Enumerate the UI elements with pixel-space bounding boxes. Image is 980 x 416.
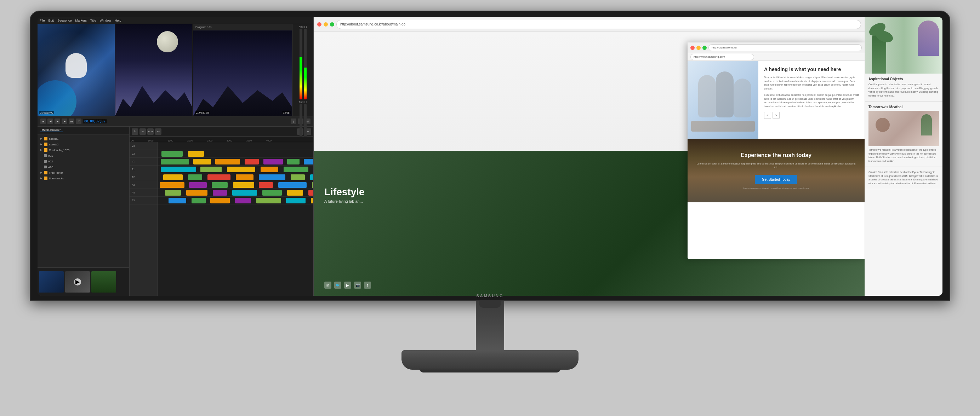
menu-window[interactable]: Window (100, 19, 111, 22)
clip-a1-3[interactable] (227, 167, 255, 172)
clip-a5-7[interactable] (311, 198, 313, 203)
clip-a5-2[interactable] (191, 198, 206, 203)
thumb-item-1[interactable] (39, 272, 64, 292)
btn-step-back[interactable]: ◀ (48, 119, 53, 124)
wb-arrow-right[interactable]: > (773, 112, 780, 119)
btn-mark-in[interactable]: { (291, 119, 296, 124)
clip-a4-2[interactable] (186, 190, 207, 195)
file-item-7[interactable]: ▶ FreeFooter (39, 170, 128, 175)
clip-a5-6[interactable] (286, 198, 305, 203)
clip-a3-2[interactable] (189, 182, 207, 188)
clip-v1-5[interactable] (263, 159, 283, 165)
folder-icon-7 (44, 171, 48, 175)
clip-v2-1[interactable] (161, 151, 183, 157)
clip-v2-2[interactable] (188, 151, 204, 157)
video-editor-panel: File Edit Sequence Markers Title Window … (38, 17, 314, 296)
clip-a5-4[interactable] (235, 198, 251, 203)
clip-a3-5[interactable] (259, 182, 273, 188)
article-2-image (869, 111, 939, 146)
clip-a4-6[interactable] (287, 190, 303, 195)
menu-edit[interactable]: Edit (48, 19, 54, 22)
clip-a1-2[interactable] (200, 167, 222, 172)
clip-a2-3[interactable] (207, 175, 231, 180)
file-icon-5 (44, 160, 47, 163)
source-timecode: 01:09:55.00 (39, 111, 54, 114)
btn-close[interactable] (317, 22, 321, 27)
clip-a3-7[interactable] (312, 182, 313, 188)
tl-btn-slip[interactable]: ⇔ (155, 129, 161, 135)
file-item-4[interactable]: 001 (39, 153, 128, 159)
menu-markers[interactable]: Markers (75, 19, 87, 22)
btn-rewind[interactable]: ⏮ (40, 119, 46, 124)
clip-a2-4[interactable] (236, 175, 253, 180)
social-youtube[interactable]: ▶ (344, 281, 351, 289)
clip-a5-1[interactable] (169, 198, 186, 203)
file-item-6[interactable]: A03 (39, 164, 128, 170)
menu-sequence[interactable]: Sequence (57, 19, 72, 22)
clip-v1-6[interactable] (287, 159, 299, 165)
get-started-button[interactable]: Get Started Today (755, 175, 797, 184)
thumb-item-2[interactable]: ▶ (65, 272, 90, 292)
social-tumblr[interactable]: t (364, 281, 371, 289)
social-twitter[interactable]: 🐦 (334, 281, 341, 289)
wb-btn-close[interactable] (690, 46, 695, 50)
clip-v1-4[interactable] (245, 159, 259, 165)
wb-btn-max[interactable] (702, 46, 707, 50)
wb-btn-min[interactable] (697, 46, 701, 50)
clip-a5-5[interactable] (256, 198, 281, 203)
clip-a1-1[interactable] (161, 167, 196, 172)
btn-minimize[interactable] (324, 22, 328, 27)
clip-a4-5[interactable] (262, 190, 282, 195)
social-linkedin[interactable]: in (324, 281, 331, 289)
clip-a1-4[interactable] (261, 167, 278, 172)
social-instagram[interactable]: 📷 (354, 281, 361, 289)
sidebar-article-2: Tomorrow's Meatball Tomorrow's Meatball … (865, 102, 942, 167)
clip-a4-4[interactable] (232, 190, 257, 195)
clip-a3-3[interactable] (212, 182, 228, 188)
clip-v1-1[interactable] (161, 159, 189, 165)
clip-a3-6[interactable] (278, 182, 307, 188)
wb-tab-address[interactable]: http://www.samsung.com (690, 54, 754, 60)
clip-a4-1[interactable] (165, 190, 181, 195)
wb-arrow-left[interactable]: < (764, 112, 771, 119)
btn-loop[interactable]: ↺ (76, 119, 81, 124)
clip-a4-7[interactable] (309, 190, 313, 195)
clip-v1-3[interactable] (215, 159, 240, 165)
thumb-inner-3 (91, 272, 116, 292)
wb-address-bar[interactable]: http://digitalworld.ltd (708, 44, 862, 51)
file-item-5[interactable]: 002 (39, 159, 128, 164)
tl-btn-select[interactable]: ↖ (132, 129, 138, 135)
clip-a2-5[interactable] (259, 175, 285, 180)
clip-a2-2[interactable] (188, 175, 202, 180)
clip-a4-3[interactable] (213, 190, 227, 195)
file-item-3[interactable]: ▶ Cinderella_1920 (39, 147, 128, 153)
clip-v1-2[interactable] (193, 159, 211, 165)
menu-title[interactable]: Title (90, 19, 96, 22)
clip-a2-7[interactable] (310, 175, 313, 180)
track-label-v1: V1 (130, 158, 158, 165)
clip-a3-1[interactable] (160, 182, 185, 188)
clip-a2-1[interactable] (163, 175, 183, 180)
clip-a1-5[interactable] (283, 167, 309, 172)
clip-a5-3[interactable] (210, 198, 230, 203)
btn-play[interactable]: ▶ (54, 119, 60, 124)
tl-btn-ripple[interactable]: ←→ (147, 129, 154, 135)
file-icon-6 (44, 165, 47, 168)
address-bar-main[interactable]: http://about.samsung.co.kr/about/main.do (336, 20, 861, 29)
tl-btn-razor[interactable]: ✂ (140, 129, 146, 135)
btn-ffwd[interactable]: ⏭ (69, 119, 74, 124)
wb-dark-section: Experience the rush today Lorem ipsum do… (687, 139, 865, 202)
ruler-3000: 3000 (227, 140, 232, 142)
clip-a3-4[interactable] (233, 182, 254, 188)
file-item-2[interactable]: ▶ assets2 (39, 141, 128, 147)
tab-media-browser[interactable]: Media Browser (40, 129, 63, 132)
file-item-8[interactable]: ▶ Soundracks (39, 175, 128, 181)
menu-file[interactable]: File (40, 19, 45, 22)
menu-help[interactable]: Help (115, 19, 121, 22)
clip-v1-7[interactable] (304, 159, 313, 165)
btn-maximize[interactable] (330, 22, 334, 27)
clip-a2-6[interactable] (291, 175, 305, 180)
file-item-1[interactable]: ▶ assets1 (39, 136, 128, 141)
btn-step-fwd[interactable]: ▶ (62, 119, 67, 124)
thumb-item-3[interactable] (91, 272, 116, 292)
